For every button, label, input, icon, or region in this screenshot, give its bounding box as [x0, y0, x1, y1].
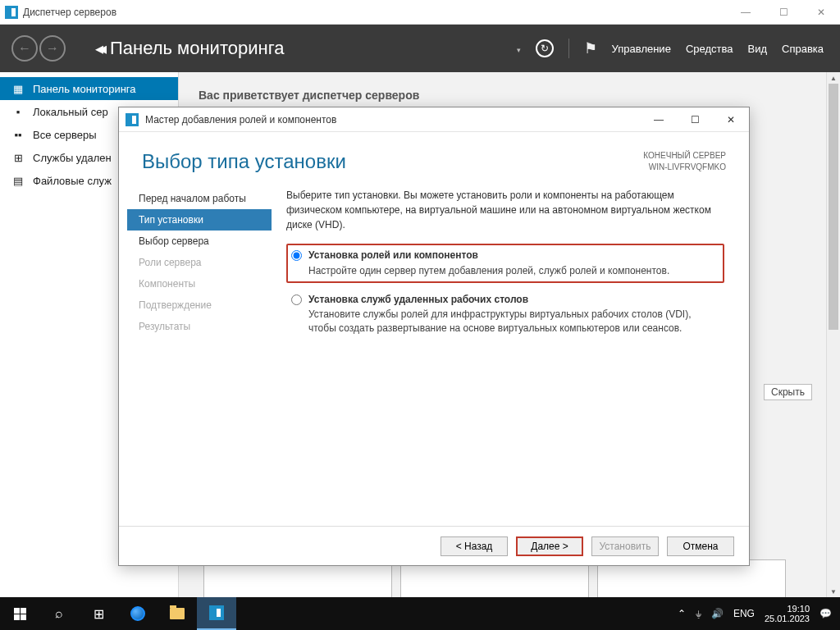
wizard-step-features: Компоненты: [127, 273, 272, 294]
tray-clock[interactable]: 19:10 25.01.2023: [765, 604, 810, 623]
wizard-step-before-you-begin[interactable]: Перед началом работы: [127, 188, 272, 209]
taskbar: ⌕ ⊞ ⌃ ⏚ 🔊 ENG 19:10 25.01.2023 💬: [0, 597, 840, 630]
server-icon: ▪: [11, 106, 25, 118]
server-manager-header: ← → ◂◂ Панель мониторинга Управление Сре…: [0, 25, 840, 72]
tray-language[interactable]: ENG: [733, 608, 755, 619]
sidebar-item-label: Панель мониторинга: [33, 83, 136, 95]
cancel-button[interactable]: Отмена: [667, 536, 734, 556]
wizard-intro-text: Выберите тип установки. Вы можете устано…: [286, 188, 724, 232]
window-close-button[interactable]: ✕: [802, 0, 840, 25]
destination-server-info: КОНЕЧНЫЙ СЕРВЕР WIN-LIVFRVQFMKO: [643, 150, 726, 173]
header-dropdown[interactable]: [517, 43, 521, 55]
wizard-maximize-button[interactable]: ☐: [677, 107, 713, 132]
option-desc: Установите службы ролей для инфраструкту…: [308, 308, 719, 336]
file-icon: ▤: [11, 175, 25, 187]
wizard-minimize-button[interactable]: —: [641, 107, 677, 132]
wizard-step-installation-type[interactable]: Тип установки: [127, 209, 272, 231]
nav-forward-button[interactable]: →: [39, 35, 66, 62]
back-button[interactable]: < Назад: [441, 536, 508, 556]
menu-help[interactable]: Справка: [782, 43, 824, 55]
wizard-icon: [126, 113, 139, 126]
menu-view[interactable]: Вид: [747, 43, 767, 55]
scroll-thumb[interactable]: [829, 84, 838, 330]
dashboard-icon: ▦: [11, 83, 25, 95]
add-roles-wizard: Мастер добавления ролей и компонентов — …: [118, 107, 750, 566]
wizard-footer: < Назад Далее > Установить Отмена: [119, 526, 749, 565]
window-minimize-button[interactable]: —: [727, 0, 765, 25]
system-tray: ⌃ ⏚ 🔊 ENG 19:10 25.01.2023 💬: [678, 604, 840, 623]
sidebar-item-dashboard[interactable]: ▦ Панель мониторинга: [0, 77, 178, 100]
tray-network-icon[interactable]: ⏚: [696, 608, 701, 619]
destination-server-name: WIN-LIVFRVQFMKO: [643, 162, 726, 173]
scroll-up-icon[interactable]: ▲: [827, 72, 840, 84]
breadcrumb-collapse-icon: ◂◂: [95, 39, 102, 58]
nav-back-button[interactable]: ←: [11, 35, 38, 62]
sidebar-item-label: Все серверы: [33, 129, 97, 141]
option-role-based-radio[interactable]: [291, 250, 302, 261]
sidebar-item-label: Файловые служ: [33, 175, 112, 187]
app-title: Диспетчер серверов: [23, 7, 116, 18]
sidebar-item-label: Локальный сер: [33, 106, 108, 118]
scroll-down-icon[interactable]: ▼: [827, 586, 840, 597]
action-center-icon[interactable]: 💬: [819, 608, 832, 619]
tray-date: 25.01.2023: [765, 614, 810, 623]
welcome-heading: Вас приветствует диспетчер серверов: [199, 89, 820, 102]
tray-time: 19:10: [765, 604, 810, 614]
wizard-step-list: Перед началом работы Тип установки Выбор…: [127, 181, 272, 526]
app-titlebar: Диспетчер серверов — ☐ ✕: [0, 0, 840, 25]
install-button[interactable]: Установить: [591, 536, 659, 556]
taskbar-search-button[interactable]: ⌕: [39, 597, 79, 630]
wizard-step-confirmation: Подтверждение: [127, 294, 272, 316]
separator: [568, 39, 569, 58]
option-rds-install[interactable]: Установка служб удаленных рабочих столов…: [286, 288, 724, 340]
notifications-icon[interactable]: [584, 39, 597, 57]
option-rds-radio[interactable]: [291, 294, 302, 305]
server-manager-icon: [209, 605, 224, 620]
menu-manage[interactable]: Управление: [612, 43, 671, 55]
vertical-scrollbar[interactable]: ▲ ▼: [826, 72, 840, 597]
taskbar-server-manager-button[interactable]: [197, 597, 236, 630]
taskbar-explorer-button[interactable]: [158, 597, 197, 630]
wizard-step-results: Результаты: [127, 316, 272, 337]
page-title: Панель мониторинга: [110, 38, 284, 59]
window-maximize-button[interactable]: ☐: [765, 0, 802, 25]
option-role-based-install[interactable]: Установка ролей или компонентов Настройт…: [286, 244, 724, 283]
wizard-title: Мастер добавления ролей и компонентов: [145, 114, 336, 126]
wizard-close-button[interactable]: ✕: [713, 107, 749, 132]
taskbar-ie-button[interactable]: [118, 597, 158, 630]
ie-icon: [130, 606, 145, 621]
task-view-button[interactable]: ⊞: [79, 597, 118, 630]
option-title: Установка служб удаленных рабочих столов: [308, 294, 528, 305]
servers-icon: ▪▪: [11, 129, 25, 141]
refresh-icon[interactable]: [536, 39, 554, 57]
remote-icon: ⊞: [11, 152, 25, 164]
wizard-titlebar: Мастер добавления ролей и компонентов — …: [119, 107, 749, 132]
tray-volume-icon[interactable]: 🔊: [711, 608, 724, 619]
destination-server-label: КОНЕЧНЫЙ СЕРВЕР: [643, 150, 726, 162]
sidebar-item-label: Службы удален: [33, 152, 112, 164]
option-title: Установка ролей или компонентов: [308, 249, 478, 261]
windows-logo-icon: [14, 608, 26, 620]
folder-icon: [170, 608, 185, 619]
wizard-step-server-roles: Роли сервера: [127, 252, 272, 273]
tray-chevron-icon[interactable]: ⌃: [678, 608, 686, 619]
start-button[interactable]: [0, 597, 39, 630]
hide-button[interactable]: Скрыть: [764, 384, 812, 400]
next-button[interactable]: Далее >: [516, 536, 583, 556]
app-icon: [5, 6, 18, 19]
wizard-step-server-selection[interactable]: Выбор сервера: [127, 231, 272, 252]
wizard-content: Выберите тип установки. Вы можете устано…: [272, 181, 749, 526]
option-desc: Настройте один сервер путем добавления р…: [308, 264, 669, 278]
menu-tools[interactable]: Средства: [686, 43, 733, 55]
wizard-heading: Выбор типа установки: [142, 150, 346, 173]
